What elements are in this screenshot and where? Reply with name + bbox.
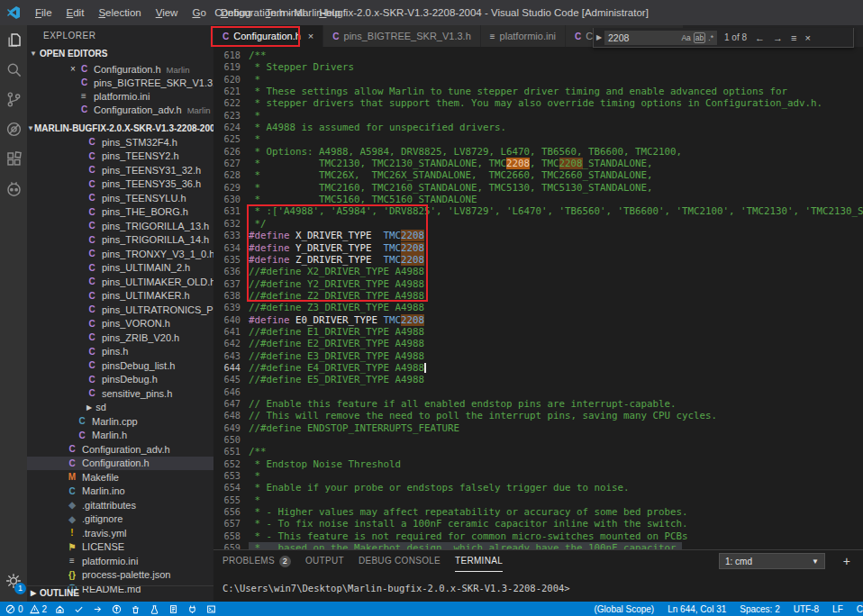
tree-item-pins-teensy31-32-h[interactable]: Cpins_TEENSY31_32.h <box>27 163 213 177</box>
code-line-652[interactable]: 652 * Endstop Noise Threshold <box>213 458 863 470</box>
find-previous-icon[interactable]: ← <box>755 32 765 43</box>
test-icon[interactable] <box>150 604 159 614</box>
tab-pins-bigtree-skr-v1-3-h[interactable]: Cpins_BIGTREE_SKR_V1.3.h <box>323 25 479 47</box>
code-line-627[interactable]: 627 * TMC2130, TMC2130_STANDALONE, TMC22… <box>213 158 863 169</box>
code-line-622[interactable]: 622 * stepper drivers that support them.… <box>213 97 863 109</box>
clean-icon[interactable] <box>131 604 141 614</box>
code-line-636[interactable]: 636//#define X2_DRIVER_TYPE A4988 <box>213 266 863 277</box>
status-ln-644-col-31[interactable]: Ln 644, Col 31 <box>668 604 726 614</box>
tree-item-pins-stm32f4-h[interactable]: Cpins_STM32F4.h <box>27 135 213 149</box>
home-icon[interactable] <box>55 604 65 614</box>
code-line-645[interactable]: 645//#define E5_DRIVER_TYPE A4988 <box>213 374 863 385</box>
code-line-630[interactable]: 630 * TMC5160, TMC5160_STANDALONE <box>213 194 863 205</box>
menu-terminal[interactable]: Terminal <box>259 0 312 25</box>
upload-icon[interactable] <box>93 604 103 614</box>
status-c[interactable]: C <box>857 604 863 614</box>
tree-item-pins-teensy2-h[interactable]: Cpins_TEENSY2.h <box>27 149 213 164</box>
tree-item-pins-voron-h[interactable]: Cpins_VORON.h <box>27 317 213 331</box>
code-line-624[interactable]: 624 * A4988 is assumed for unspecified d… <box>213 122 863 133</box>
find-next-icon[interactable]: → <box>773 32 783 43</box>
code-line-644[interactable]: 644//#define E4_DRIVER_TYPE A4988 <box>213 362 863 374</box>
panel-tab-terminal[interactable]: TERMINAL <box>455 550 503 572</box>
code-line-638[interactable]: 638//#define Z2_DRIVER_TYPE A4988 <box>213 290 863 302</box>
code-line-628[interactable]: 628 * TMC26X, TMC26X_STANDALONE, TMC2660… <box>213 169 863 181</box>
code-line-635[interactable]: 635#define Z_DRIVER_TYPE TMC2208 <box>213 254 863 266</box>
code-line-646[interactable]: 646 <box>213 386 863 398</box>
source-control-icon[interactable] <box>0 85 27 114</box>
tree-item-marlin-cpp[interactable]: CMarlin.cpp <box>27 414 213 429</box>
code-line-641[interactable]: 641//#define E1_DRIVER_TYPE A4988 <box>213 326 863 338</box>
code-line-629[interactable]: 629 * TMC2160, TMC2160_STANDALONE, TMC51… <box>213 182 863 194</box>
code-line-634[interactable]: 634#define Y_DRIVER_TYPE TMC2208 <box>213 242 863 254</box>
find-close-icon[interactable]: × <box>804 32 810 43</box>
tree-item-marlin-h[interactable]: CMarlin.h <box>27 429 213 443</box>
code-line-658[interactable]: 658 * - This feature is not required for… <box>213 530 863 542</box>
code-line-642[interactable]: 642//#define E2_DRIVER_TYPE A4988 <box>213 338 863 349</box>
problems-status[interactable]: 0 2 <box>5 604 47 614</box>
tree-item-pinsdebug-h[interactable]: CpinsDebug.h <box>27 373 213 387</box>
tree-item-sensitive-pins-h[interactable]: Csensitive_pins.h <box>27 386 213 401</box>
menu-help[interactable]: Help <box>312 0 348 25</box>
task-icon[interactable] <box>168 604 178 614</box>
menu-file[interactable]: File <box>28 0 59 25</box>
extensions-icon[interactable] <box>0 144 27 174</box>
cloud-upload-icon[interactable] <box>112 604 122 614</box>
tree-item-pins-h[interactable]: Cpins.h <box>27 345 213 359</box>
code-line-643[interactable]: 643//#define E3_DRIVER_TYPE A4988 <box>213 350 863 362</box>
code-line-619[interactable]: 619 * Stepper Drivers <box>213 61 863 73</box>
tree-item-process-palette-json[interactable]: {}process-palette.json <box>27 568 213 583</box>
panel-tab-problems[interactable]: PROBLEMS2 <box>223 550 291 572</box>
find-in-selection-icon[interactable]: ≡ <box>791 32 796 43</box>
search-icon[interactable] <box>0 55 27 85</box>
status-global-scope[interactable]: (Global Scope) <box>595 604 655 614</box>
files-icon[interactable] <box>0 25 27 55</box>
open-editor-item[interactable]: ≡platformio.ini <box>27 89 213 103</box>
tree-item-configuration-h[interactable]: CConfiguration.h <box>27 457 213 471</box>
match-case-icon[interactable]: Aa <box>681 33 690 42</box>
menu-selection[interactable]: Selection <box>91 0 148 25</box>
tree-item-platformio-ini[interactable]: ≡platformio.ini <box>27 554 213 568</box>
open-editor-item[interactable]: CConfiguration_adv.hMarlin <box>27 103 213 116</box>
tree-item--travis-yml[interactable]: !.travis.yml <box>27 526 213 540</box>
tree-item-pins-teensylu-h[interactable]: Cpins_TEENSYLU.h <box>27 191 213 205</box>
tree-item-pins-teensy35-36-h[interactable]: Cpins_TEENSY35_36.h <box>27 177 213 192</box>
code-line-659[interactable]: 659 * based on the Makerbot design, whic… <box>213 542 863 549</box>
outline-section[interactable]: ▶ OUTLINE <box>27 585 213 600</box>
tab-configuration-h[interactable]: CConfiguration.h× <box>213 25 322 47</box>
code-line-639[interactable]: 639//#define Z3_DRIVER_TYPE A4988 <box>213 302 863 313</box>
build-icon[interactable] <box>74 604 84 614</box>
menu-debug[interactable]: Debug <box>213 0 259 25</box>
tree-item-pinsdebug-list-h[interactable]: CpinsDebug_list.h <box>27 358 213 373</box>
status-utf-8[interactable]: UTF-8 <box>794 604 819 614</box>
project-root-header[interactable]: ▼ MARLIN-BUGFIX-2.0.X-SKR-V1.3-2208-2004 <box>27 122 213 135</box>
status-spaces-2[interactable]: Spaces: 2 <box>740 604 779 614</box>
tree-item-makefile[interactable]: MMakefile <box>27 470 213 485</box>
tree-item-license[interactable]: ⚑LICENSE <box>27 540 213 555</box>
tree-item-configuration-adv-h[interactable]: CConfiguration_adv.h <box>27 442 213 457</box>
status-lf[interactable]: LF <box>832 604 843 614</box>
code-line-657[interactable]: 657 * - To fix noise install a 100nF cer… <box>213 518 863 530</box>
code-line-656[interactable]: 656 * - Higher values may affect repeata… <box>213 506 863 518</box>
code-line-648[interactable]: 648// This will remove the need to poll … <box>213 410 863 421</box>
code-line-637[interactable]: 637//#define Y2_DRIVER_TYPE A4988 <box>213 278 863 290</box>
menu-edit[interactable]: Edit <box>59 0 92 25</box>
code-line-654[interactable]: 654 * Enable if your probe or endstops f… <box>213 482 863 494</box>
code-line-650[interactable]: 650 <box>213 434 863 446</box>
menu-view[interactable]: View <box>149 0 186 25</box>
regex-icon[interactable]: .* <box>708 33 713 42</box>
tree-item-marlin-ino[interactable]: CMarlin.ino <box>27 485 213 499</box>
code-line-625[interactable]: 625 * <box>213 133 863 145</box>
code-line-647[interactable]: 647// Enable this feature if all enabled… <box>213 398 863 410</box>
tree-item--gitignore[interactable]: ◆.gitignore <box>27 512 213 527</box>
tree-item-pins-the-borg-h[interactable]: Cpins_THE_BORG.h <box>27 205 213 220</box>
find-input[interactable]: 2208 Aa ab .* <box>604 31 717 45</box>
terminal-output[interactable]: C:\Users\win7\Desktop\Marlin-bugfix-2.0.… <box>223 583 854 593</box>
code-line-631[interactable]: 631 * :['A4988', 'A5984', 'DRV8825', 'LV… <box>213 205 863 217</box>
close-icon[interactable]: × <box>70 64 79 74</box>
code-line-651[interactable]: 651/** <box>213 446 863 457</box>
serial-monitor-icon[interactable] <box>187 604 197 614</box>
tree-item-pins-trigorilla-13-h[interactable]: Cpins_TRIGORILLA_13.h <box>27 219 213 233</box>
find-query[interactable]: 2208 <box>608 32 678 43</box>
panel-tab-output[interactable]: OUTPUT <box>305 550 344 572</box>
tree-item-pins-zrib-v20-h[interactable]: Cpins_ZRIB_V20.h <box>27 331 213 345</box>
